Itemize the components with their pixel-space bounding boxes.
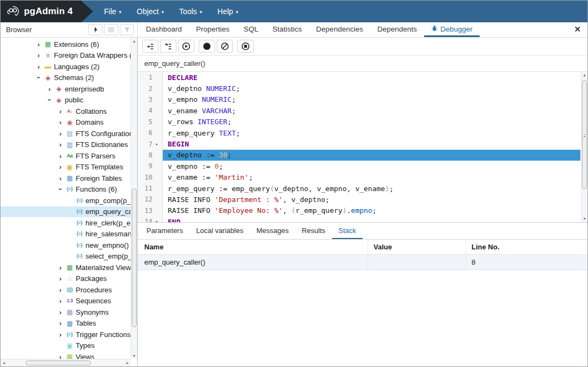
chevron-collapsed-icon[interactable]: › [56,130,65,138]
chevron-expanded-icon[interactable]: › [35,74,43,82]
chevron-collapsed-icon[interactable]: › [56,319,65,327]
fold-marker-icon[interactable]: ▾ [155,216,163,222]
chevron-collapsed-icon[interactable]: › [56,264,65,272]
tab-dependents[interactable]: Dependents [370,22,424,37]
chevron-collapsed-icon[interactable]: › [56,163,65,171]
tree-item-hire-salesman[interactable]: {≡}hire_salesman( [1,229,131,240]
chevron-expanded-icon[interactable]: › [46,96,54,105]
step-into-button[interactable] [142,40,158,53]
chevron-collapsed-icon[interactable]: › [56,308,65,316]
scroll-up-icon[interactable]: ▲ [581,72,587,78]
clear-breakpoints-button[interactable] [217,40,233,53]
chevron-collapsed-icon[interactable]: › [34,40,43,48]
tree-item-enterprisedb[interactable]: ›◈enterprisedb [1,83,131,95]
tree-item-fts-dictionaries[interactable]: ›▥FTS Dictionaries [1,139,131,151]
tree-item-select-emp-p-e[interactable]: {≡}select_emp(p_e [1,251,131,262]
line-number[interactable]: 8 [138,150,155,161]
chevron-collapsed-icon[interactable]: › [34,51,43,59]
tree-item-languages-2[interactable]: ›▬Languages (2) [1,61,131,72]
line-number[interactable]: 9 [138,161,155,172]
line-number[interactable]: 13 [138,205,155,216]
menu-tools[interactable]: Tools▾ [179,7,202,16]
chevron-collapsed-icon[interactable]: › [56,152,65,160]
stop-button[interactable] [237,40,254,53]
line-number[interactable]: 2 [138,83,155,94]
table-row[interactable]: emp_query_caller()8 [138,255,587,270]
editor-vertical-scrollbar[interactable]: ▲ ▼ [581,72,587,222]
tree-hscroll-thumb[interactable] [26,360,91,365]
chevron-expanded-icon[interactable]: › [57,185,65,194]
tree-item-extensions-6[interactable]: ›▦Extensions (6) [1,39,131,50]
step-over-button[interactable] [160,40,176,53]
tab-statistics[interactable]: Statistics [266,22,309,37]
line-number[interactable]: 4 [138,105,155,116]
tab-debugger[interactable]: Debugger [424,22,480,37]
tree-item-packages[interactable]: ›∴Packages [1,273,131,285]
line-number[interactable]: 12 [138,194,155,205]
tree-item-foreign-tables[interactable]: ›▦Foreign Tables [1,173,131,184]
editor-vscroll-thumb[interactable] [582,80,587,189]
chevron-collapsed-icon[interactable]: › [34,63,43,71]
code-editor[interactable]: 1DECLARE2v_deptno NUMERIC;3v_empno NUMER… [138,72,587,223]
chevron-collapsed-icon[interactable]: › [45,85,54,93]
tree-vertical-scrollbar[interactable]: ▲ ▼ [131,38,137,359]
tree-item-domains[interactable]: ›◉Domains [1,117,131,129]
scroll-up-icon[interactable]: ▲ [131,38,137,44]
tab-sql[interactable]: SQL [237,22,266,37]
pgadmin-logo[interactable]: pgAdmin 4 [1,1,93,22]
chevron-collapsed-icon[interactable]: › [56,297,65,305]
scroll-right-icon[interactable]: ► [124,359,131,366]
fold-marker-icon[interactable]: ▾ [155,138,163,149]
tree-horizontal-scrollbar[interactable]: ◄ ► [1,359,131,366]
funnel-button[interactable] [120,24,134,35]
tree-item-collations[interactable]: ›A↓Collations [1,106,131,117]
tree-item-trigger-functions[interactable]: ›{≡}Trigger Functions [1,329,131,340]
chevron-collapsed-icon[interactable]: › [56,118,65,126]
tree-item-new-empno[interactable]: {≡}new_empno() [1,240,131,251]
line-number[interactable]: 6 [138,127,155,138]
tree-vscroll-thumb[interactable] [132,188,137,327]
tree-item-functions-6[interactable]: ›{≡}Functions (6) [1,184,131,195]
line-number[interactable]: 10 [138,172,155,183]
menu-help[interactable]: Help▾ [217,7,238,16]
line-number[interactable]: 14 [138,216,155,222]
tab-stack[interactable]: Stack [332,223,363,239]
scroll-down-icon[interactable]: ▼ [581,216,587,222]
tree-item-fts-parsers[interactable]: ›AaFTS Parsers [1,150,131,162]
continue-button[interactable] [178,40,194,53]
line-number[interactable]: 11 [138,183,155,194]
tree-item-views[interactable]: ›▦Views [1,351,131,359]
chevron-collapsed-icon[interactable]: › [56,174,65,182]
scroll-left-icon[interactable]: ◄ [1,359,7,366]
tab-results[interactable]: Results [295,223,332,239]
tab-messages[interactable]: Messages [250,223,295,239]
chevron-collapsed-icon[interactable]: › [56,286,65,294]
chevron-collapsed-icon[interactable]: › [56,140,65,149]
toggle-breakpoint-button[interactable] [199,40,215,53]
chevron-collapsed-icon[interactable]: › [56,331,65,339]
tree-item-procedures[interactable]: ›{()}Procedures [1,284,131,296]
tree-item-emp-query-cal[interactable]: {≡}emp_query_cal [1,206,131,218]
tree-item-public[interactable]: ›◈public [1,95,131,106]
tree-item-schemas-2[interactable]: ›◈Schemas (2) [1,72,131,84]
line-number[interactable]: 7 [138,138,155,149]
tab-parameters[interactable]: Parameters [140,223,189,239]
tab-properties[interactable]: Properties [189,22,237,37]
chevron-collapsed-icon[interactable]: › [56,353,65,359]
tree-item-fts-templates[interactable]: ›▣FTS Templates [1,162,131,173]
tab-dependencies[interactable]: Dependencies [309,22,370,37]
bolt-button[interactable] [88,24,102,35]
grid-button[interactable] [104,24,118,35]
tree-item-materialized-views[interactable]: ›▦Materialized Views [1,262,131,273]
scroll-down-icon[interactable]: ▼ [131,352,137,359]
tree-item-emp-comp-p-s[interactable]: {≡}emp_comp(p_s [1,195,131,206]
close-icon[interactable]: ✕ [574,25,581,34]
tree-item-sequences[interactable]: ›1.3Sequences [1,296,131,307]
chevron-collapsed-icon[interactable]: › [56,107,65,115]
menu-object[interactable]: Object▾ [137,7,164,16]
tree-item-tables[interactable]: ›▦Tables [1,318,131,329]
chevron-collapsed-icon[interactable]: › [56,274,65,283]
tree-item-foreign-data-wrappers-2[interactable]: ›≡Foreign Data Wrappers (2 [1,50,131,62]
tree-item-synonyms[interactable]: ›▦Synonyms [1,307,131,318]
line-number[interactable]: 5 [138,117,155,127]
